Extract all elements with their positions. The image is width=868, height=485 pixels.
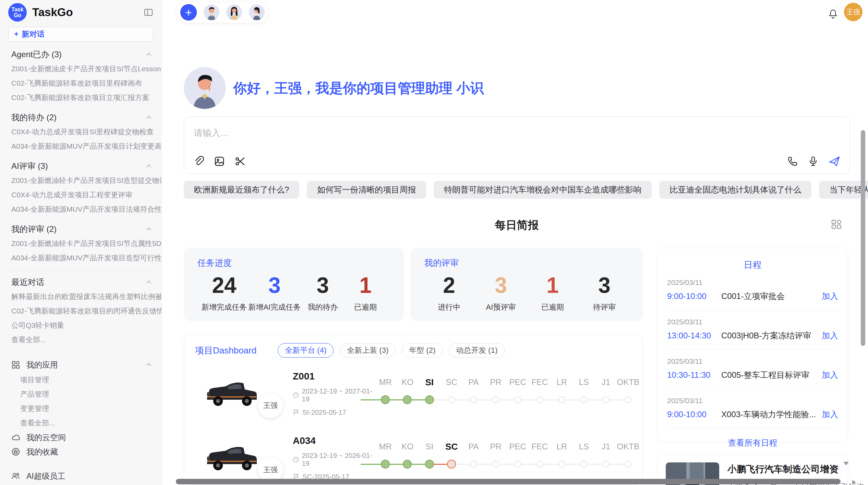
chevron-up-icon[interactable] bbox=[144, 113, 153, 122]
suggestion-chip[interactable]: 特朗普可能对进口汽车增税会对中国车企造成哪些影响 bbox=[434, 181, 652, 199]
stat-pending-review: 3 待评审 bbox=[584, 272, 625, 312]
schedule-date: 2025/03/11 bbox=[667, 318, 838, 326]
view-all-schedule-link[interactable]: 查看所有日程 bbox=[667, 437, 838, 448]
suggestion-chip[interactable]: 如何写一份清晰的项目周报 bbox=[307, 181, 426, 199]
truck-image bbox=[204, 376, 259, 411]
briefing-layout-icon[interactable] bbox=[831, 219, 842, 230]
sidebar-item[interactable]: Z001-全新燃油轻卡产品开发项目SI节点属性5D文件评审 bbox=[0, 236, 161, 251]
suggestion-chip[interactable]: 欧洲新规最近颁布了什么? bbox=[184, 181, 299, 199]
section-ai-review[interactable]: AI评审 (3) bbox=[0, 159, 161, 173]
sidebar-collapse-icon[interactable] bbox=[144, 8, 153, 17]
stat-new-ai-done: 3 新增AI完成任务 bbox=[248, 272, 301, 312]
stat-label: 新增完成任务 bbox=[202, 302, 247, 312]
join-meeting-link[interactable]: 加入 bbox=[822, 370, 838, 381]
section-my-todo[interactable]: 我的待办 (2) bbox=[0, 110, 161, 125]
image-upload-icon[interactable] bbox=[214, 156, 225, 167]
stat-my-todo: 3 我的待办 bbox=[302, 272, 343, 312]
recent-chat-item[interactable]: 解释最新出台的欧盟报废车法规再生塑料比例被调至15%... bbox=[0, 289, 161, 304]
suggestion-chip[interactable]: 比亚迪全固态电池计划具体说了什么 bbox=[659, 181, 811, 199]
sidebar-item[interactable]: C02-飞腾新能源轻客改款项目立项汇报方案 bbox=[0, 90, 161, 105]
sidebar-item[interactable]: C0X4-动力总成开发项目SI里程碑提交物检查 bbox=[0, 125, 161, 139]
sidebar-item[interactable]: Z001-全新燃油轻卡产品开发项目SI造型提交物评审 bbox=[0, 173, 161, 188]
flag-icon bbox=[293, 409, 300, 416]
sidebar-item[interactable]: A034-全新新能源MUV产品开发项目法规符合性评审 bbox=[0, 202, 161, 216]
vertical-scrollbar-thumb[interactable] bbox=[861, 130, 865, 346]
horizontal-scroll-right-arrow[interactable] bbox=[852, 480, 856, 485]
section-my-review[interactable]: 我的评审 (2) bbox=[0, 222, 161, 236]
add-agent-button[interactable]: + bbox=[180, 4, 197, 21]
schedule-date: 2025/03/11 bbox=[667, 397, 838, 405]
right-column: 日程 2025/03/11 9:00-10:00 C001-立项审批会 加入 2… bbox=[657, 248, 848, 485]
scissors-icon[interactable] bbox=[234, 156, 246, 167]
project-row[interactable]: 王强 Z001 2023-12-19 ~ 2027-01-19 SI-2025-… bbox=[195, 365, 642, 422]
stat-label: 已逾期 bbox=[345, 302, 386, 312]
phone-call-icon[interactable] bbox=[787, 156, 798, 167]
join-meeting-link[interactable]: 加入 bbox=[822, 409, 838, 420]
user-avatar[interactable]: 王强 bbox=[844, 3, 863, 21]
sidebar-item[interactable]: A034-全新新能源MUV产品开发项目造型可行性评审 bbox=[0, 251, 161, 265]
chevron-up-icon[interactable] bbox=[144, 162, 153, 171]
clock-icon bbox=[293, 456, 299, 463]
sidebar-item-cloud-space[interactable]: 我的云空间 bbox=[0, 430, 161, 445]
horizontal-scrollbar-thumb[interactable] bbox=[176, 479, 841, 484]
stat-value: 3 bbox=[248, 272, 301, 299]
agent-avatar-3[interactable] bbox=[249, 4, 265, 20]
sidebar-item-my-apps[interactable]: 我的应用 bbox=[0, 357, 161, 373]
project-info: A034 2023-12-19 ~ 2026-01-19 SC-2025-05-… bbox=[293, 435, 374, 481]
tab-all-new-body[interactable]: 全新上装 (3) bbox=[340, 343, 396, 358]
task-progress-title: 任务进度 bbox=[197, 257, 390, 269]
sidebar-item-favorites[interactable]: 我的收藏 bbox=[0, 445, 161, 459]
app-item-project-mgmt[interactable]: 项目管理 bbox=[0, 373, 161, 387]
tab-powertrain-dev[interactable]: 动总开发 (1) bbox=[449, 343, 505, 358]
scroll-down-indicator[interactable] bbox=[843, 462, 849, 465]
chat-input[interactable] bbox=[184, 117, 849, 138]
project-media: 王强 bbox=[204, 376, 272, 411]
milestone: SC bbox=[441, 375, 462, 410]
stat-value: 24 bbox=[202, 272, 247, 299]
sidebar-item[interactable]: C0X4-动力总成开发项目工程变更评审 bbox=[0, 188, 161, 202]
new-chat-button[interactable]: + 新对话 bbox=[8, 27, 153, 42]
send-icon[interactable] bbox=[828, 155, 841, 167]
agent-avatar-1[interactable] bbox=[204, 4, 219, 20]
milestone-dot bbox=[558, 461, 565, 468]
attachment-paperclip-icon[interactable] bbox=[193, 156, 205, 167]
notification-bell-icon[interactable] bbox=[828, 8, 839, 19]
tab-all-new-platform[interactable]: 全新平台 (4) bbox=[278, 343, 334, 358]
microphone-icon[interactable] bbox=[808, 156, 819, 167]
sidebar-item[interactable]: Z001-全新燃油皮卡产品开发项目SI节点Lesson Learn报告 bbox=[0, 62, 161, 76]
agent-avatar-2[interactable] bbox=[226, 4, 242, 20]
milestone: PA bbox=[462, 440, 484, 474]
app-item-change-mgmt[interactable]: 变更管理 bbox=[0, 401, 161, 416]
join-meeting-link[interactable]: 加入 bbox=[822, 330, 838, 341]
recent-chat-item[interactable]: C02-飞腾新能源轻客改款项目的闭环通告反馈情况 bbox=[0, 304, 161, 318]
milestone: KO bbox=[396, 375, 418, 410]
sidebar-header: Task Go TaskGo bbox=[0, 0, 161, 25]
new-chat-label: 新对话 bbox=[22, 29, 45, 39]
schedule-time: 13:00-14:30 bbox=[667, 331, 721, 340]
section-agent-done[interactable]: Agent已办 (3) bbox=[0, 47, 161, 62]
schedule-meeting-title: C003|H0B-方案冻结评审 bbox=[721, 330, 822, 341]
sidebar-item[interactable]: C02-飞腾新能源轻客改款项目里程碑画布 bbox=[0, 76, 161, 90]
cloud-space-label: 我的云空间 bbox=[26, 432, 66, 443]
section-recent-chats[interactable]: 最近对话 bbox=[0, 275, 161, 289]
milestone: LS bbox=[573, 375, 595, 410]
apps-view-all[interactable]: 查看全部... bbox=[0, 416, 161, 430]
milestone: KO bbox=[396, 440, 418, 474]
sidebar-item-ai-super-staff[interactable]: AI超级员工 bbox=[0, 469, 161, 483]
recent-chat-item[interactable]: 公司Q3轻卡销量 bbox=[0, 318, 161, 333]
chevron-up-icon[interactable] bbox=[144, 278, 153, 287]
milestone: PA bbox=[462, 375, 484, 410]
schedule-time: 9:00-10:00 bbox=[667, 291, 721, 301]
suggestion-chips: 欧洲新规最近颁布了什么? 如何写一份清晰的项目周报 特朗普可能对进口汽车增税会对… bbox=[184, 181, 850, 199]
tab-year-model[interactable]: 年型 (2) bbox=[402, 343, 443, 358]
milestone: PR bbox=[485, 440, 507, 474]
sidebar-item[interactable]: A034-全新新能源MUV产品开发项目计划变更表编写 bbox=[0, 139, 161, 153]
chevron-up-icon[interactable] bbox=[144, 225, 153, 234]
app-item-product-mgmt[interactable]: 产品管理 bbox=[0, 387, 161, 401]
project-row[interactable]: 王强 A034 2023-12-19 ~ 2026-01-19 SC-2025-… bbox=[195, 430, 642, 485]
chevron-up-icon[interactable] bbox=[144, 360, 153, 369]
sidebar-item-help-me-write[interactable]: 帮我写作 bbox=[0, 483, 161, 485]
recent-chats-view-all[interactable]: 查看全部... bbox=[0, 333, 161, 347]
chevron-up-icon[interactable] bbox=[144, 50, 153, 59]
join-meeting-link[interactable]: 加入 bbox=[822, 291, 838, 302]
